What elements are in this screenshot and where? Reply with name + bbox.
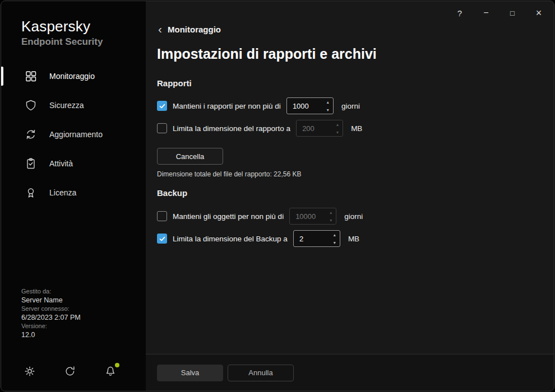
backup-limit-checkbox[interactable]	[157, 234, 167, 244]
save-button[interactable]: Salva	[157, 365, 223, 381]
brand-name: Kaspersky	[21, 18, 103, 35]
server-connected-value: 6/28/2023 2:07 PM	[21, 314, 81, 323]
refresh-icon	[25, 128, 37, 141]
backup-keep-row: Mantieni gli oggetti per non più di ▴ ▾ …	[157, 208, 363, 225]
tasks-clipboard-icon	[25, 157, 37, 170]
brand-logo: Kaspersky Endpoint Security	[21, 18, 103, 48]
backup-keep-days-field: ▴ ▾	[289, 208, 336, 225]
brand-product: Endpoint Security	[21, 36, 103, 48]
sidebar-item-label: Sicurezza	[49, 101, 84, 110]
footer-bar: Salva Annulla	[146, 354, 554, 391]
clear-reports-button[interactable]: Cancella	[157, 148, 223, 165]
sidebar-item-sicurezza[interactable]: Sicurezza	[1, 91, 146, 120]
spin-down-icon[interactable]: ▾	[330, 239, 340, 246]
backup-limit-unit: MB	[348, 235, 359, 243]
server-connected-label: Server connesso:	[21, 305, 81, 314]
chevron-left-icon: ‹	[158, 24, 162, 35]
report-total-size-text: Dimensione totale del file del rapporto:…	[157, 170, 302, 178]
reports-limit-checkbox[interactable]	[157, 123, 167, 133]
reports-keep-days-field: ▴ ▾	[286, 97, 334, 114]
reports-keep-label: Mantieni i rapporti per non più di	[173, 102, 281, 110]
reports-limit-label: Limita la dimensione del rapporto a	[173, 124, 290, 133]
sidebar-nav: Monitoraggio Sicurezza Aggiornamento Att…	[1, 62, 146, 207]
managed-by-label: Gestito da:	[21, 287, 81, 296]
reports-limit-size-field: ▴ ▾	[296, 120, 343, 137]
notification-dot	[115, 363, 119, 367]
backup-limit-label: Limita la dimensione del Backup a	[173, 235, 288, 243]
reports-limit-unit: MB	[351, 124, 362, 133]
maximize-button[interactable]: □	[506, 7, 519, 19]
help-button[interactable]: ?	[454, 7, 466, 19]
backup-limit-size-field: ▴ ▾	[293, 230, 340, 247]
main-content: ‹ Monitoraggio Impostazioni di rapporti …	[146, 1, 554, 391]
sidebar-item-licenza[interactable]: Licenza	[1, 178, 146, 207]
backup-keep-checkbox[interactable]	[157, 211, 167, 221]
backup-keep-unit: giorni	[344, 212, 363, 221]
reports-section-heading: Rapporti	[157, 78, 192, 88]
sidebar-item-label: Aggiornamento	[49, 130, 103, 139]
reports-keep-checkbox[interactable]	[157, 101, 167, 111]
license-medal-icon	[25, 186, 37, 199]
backup-keep-label: Mantieni gli oggetti per non più di	[173, 212, 284, 221]
backup-limit-row: Limita la dimensione del Backup a ▴ ▾ MB	[157, 230, 359, 247]
spin-up-icon[interactable]: ▴	[323, 98, 333, 106]
spinner: ▴ ▾	[326, 208, 336, 224]
backup-section-heading: Backup	[157, 188, 187, 198]
managed-by-value: Server Name	[21, 296, 81, 305]
spinner: ▴ ▾	[330, 231, 340, 246]
titlebar-controls: ? − □ ×	[454, 7, 545, 19]
sidebar: Kaspersky Endpoint Security Monitoraggio…	[1, 1, 146, 391]
notifications-bell-icon[interactable]	[103, 364, 118, 379]
close-button[interactable]: ×	[533, 7, 545, 19]
spinner: ▴ ▾	[323, 98, 333, 114]
back-link[interactable]: ‹ Monitoraggio	[158, 24, 221, 35]
server-info: Gestito da: Server Name Server connesso:…	[21, 287, 81, 339]
spin-up-icon[interactable]: ▴	[330, 231, 340, 239]
sidebar-item-monitoraggio[interactable]: Monitoraggio	[1, 62, 146, 91]
monitoring-grid-icon	[25, 70, 37, 82]
cancel-button[interactable]: Annulla	[228, 365, 294, 381]
sidebar-actions	[22, 364, 118, 379]
reports-keep-row: Mantieni i rapporti per non più di ▴ ▾ g…	[157, 97, 360, 114]
sidebar-item-label: Monitoraggio	[49, 72, 95, 81]
shield-icon	[25, 99, 37, 111]
spin-up-icon: ▴	[326, 208, 336, 216]
version-value: 12.0	[21, 331, 81, 340]
sidebar-item-label: Attività	[49, 159, 73, 168]
spin-down-icon: ▾	[326, 216, 336, 224]
spin-up-icon: ▴	[332, 120, 343, 128]
version-label: Versione:	[21, 322, 81, 331]
support-icon[interactable]	[63, 364, 77, 379]
minimize-button[interactable]: −	[480, 7, 492, 19]
reports-keep-unit: giorni	[341, 102, 360, 110]
spinner: ▴ ▾	[332, 120, 343, 136]
sidebar-item-attivita[interactable]: Attività	[1, 149, 146, 178]
app-window: ? − □ × Kaspersky Endpoint Security Moni…	[1, 1, 554, 391]
spin-down-icon: ▾	[332, 128, 343, 136]
sidebar-item-aggiornamento[interactable]: Aggiornamento	[1, 120, 146, 149]
page-title: Impostazioni di rapporti e archivi	[157, 46, 377, 62]
settings-gear-icon[interactable]	[22, 364, 37, 379]
back-label: Monitoraggio	[168, 25, 221, 34]
spin-down-icon[interactable]: ▾	[323, 106, 333, 114]
sidebar-item-label: Licenza	[49, 188, 76, 197]
reports-limit-row: Limita la dimensione del rapporto a ▴ ▾ …	[157, 120, 362, 137]
